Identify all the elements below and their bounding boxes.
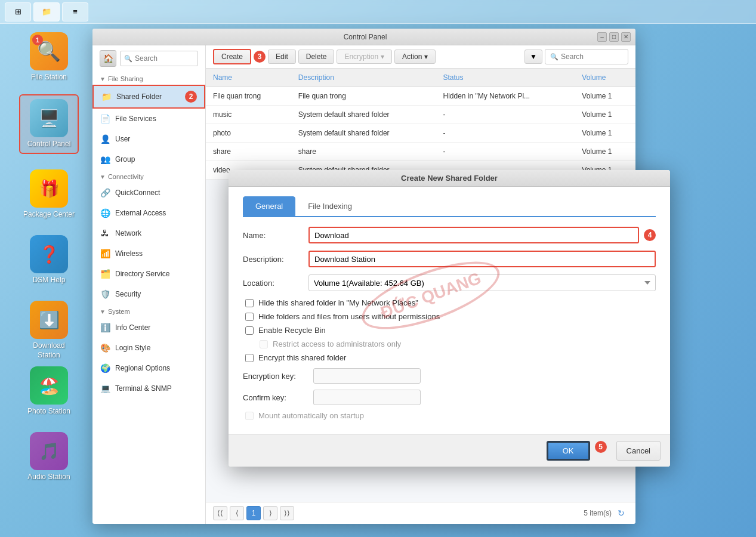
restrict-admin-row: Restrict access to administrators only <box>257 340 656 348</box>
col-volume[interactable]: Volume <box>575 69 635 87</box>
first-page-btn[interactable]: ⟨⟨ <box>213 506 227 520</box>
package-center-label: Package Center <box>23 210 75 220</box>
desktop-icon-dsm-help[interactable]: ❓ DSM Help <box>19 232 79 289</box>
cp-title: Control Panel <box>133 33 597 41</box>
confirm-key-row: Confirm key: <box>243 390 656 405</box>
close-btn[interactable]: ✕ <box>621 32 631 42</box>
action-btn[interactable]: Action ▾ <box>394 50 436 64</box>
desktop-icon-file-station[interactable]: 🔍 1 File Station <box>19 29 79 86</box>
sidebar-item-info-center[interactable]: ℹ️ Info Center <box>92 317 205 338</box>
maximize-btn[interactable]: □ <box>609 32 619 42</box>
sidebar-item-terminal-snmp[interactable]: 💻 Terminal & SNMP <box>92 378 205 399</box>
external-access-icon: 🌐 <box>100 208 110 218</box>
encryption-btn[interactable]: Encryption ▾ <box>337 50 392 64</box>
hide-files-row: Hide folders and files from users withou… <box>243 312 656 321</box>
sidebar-item-network[interactable]: 🖧 Network <box>92 223 205 243</box>
main-search-input[interactable] <box>561 53 623 61</box>
tab-general[interactable]: General <box>243 196 295 216</box>
sidebar-item-user-label: User <box>115 135 130 143</box>
sidebar-item-security[interactable]: 🛡️ Security <box>92 284 205 304</box>
col-status[interactable]: Status <box>436 69 575 87</box>
taskbar-folder-btn[interactable]: 📁 <box>33 2 60 21</box>
location-select[interactable]: Volume 1(Available: 452.64 GB) <box>308 274 656 291</box>
dialog-footer: OK 5 Cancel <box>229 434 670 467</box>
table-row[interactable]: photo System default shared folder - Vol… <box>206 124 635 143</box>
dsm-help-icon-img: ❓ <box>30 235 68 273</box>
encryption-key-input[interactable] <box>313 368 421 384</box>
restrict-admin-checkbox[interactable] <box>260 340 268 348</box>
sidebar-item-login-style-label: Login Style <box>115 344 150 352</box>
ok-btn-label: OK <box>563 446 574 455</box>
name-row: Name: 4 <box>243 227 656 243</box>
next-page-btn[interactable]: ⟩ <box>263 506 277 520</box>
ok-btn[interactable]: OK <box>547 441 590 461</box>
desktop-icon-package-center[interactable]: 🎁 Package Center <box>19 166 79 223</box>
encryption-key-row: Encryption key: <box>243 368 656 384</box>
cell-volume: Volume 1 <box>575 106 635 124</box>
cell-description: File quan trong <box>291 87 436 106</box>
sidebar-item-directory-service[interactable]: 🗂️ Directory Service <box>92 264 205 284</box>
sidebar-item-quickconnect[interactable]: 🔗 QuickConnect <box>92 183 205 203</box>
sidebar-item-shared-folder[interactable]: 📁 Shared Folder 2 <box>92 85 205 109</box>
sidebar-item-security-label: Security <box>115 290 141 298</box>
dialog-content: General File Indexing Name: 4 Descriptio… <box>229 187 670 434</box>
sidebar-item-group[interactable]: 👥 Group <box>92 149 205 169</box>
window-controls: – □ ✕ <box>597 32 631 42</box>
page-1-btn[interactable]: 1 <box>246 506 261 520</box>
sidebar-item-terminal-label: Terminal & SNMP <box>115 384 172 393</box>
prev-page-btn[interactable]: ⟨ <box>230 506 244 520</box>
create-btn[interactable]: Create <box>213 49 251 64</box>
filter-btn[interactable]: ▼ <box>524 50 542 64</box>
table-row[interactable]: share share - Volume 1 <box>206 143 635 161</box>
cell-volume: Volume 1 <box>575 143 635 161</box>
enable-recycle-checkbox[interactable] <box>245 326 254 335</box>
mount-auto-checkbox[interactable] <box>245 412 254 420</box>
download-station-label: Download Station <box>23 341 75 360</box>
control-panel-icon-img: 🖥️ <box>30 99 68 137</box>
grid-icon: ⊞ <box>15 7 21 16</box>
sidebar-item-user[interactable]: 👤 User <box>92 129 205 149</box>
col-description[interactable]: Description <box>291 69 436 87</box>
home-btn[interactable]: 🏠 <box>100 50 116 67</box>
col-name[interactable]: Name <box>206 69 291 87</box>
description-input[interactable] <box>308 251 656 267</box>
sidebar-item-wireless[interactable]: 📶 Wireless <box>92 243 205 264</box>
desktop-icon-audio-station[interactable]: 🎵 Audio Station <box>19 428 79 486</box>
desktop-icon-download-station[interactable]: ⬇️ Download Station <box>19 297 79 363</box>
delete-btn[interactable]: Delete <box>298 50 335 64</box>
taskbar-grid-btn[interactable]: ⊞ <box>5 2 31 21</box>
sidebar-search-container: 🔍 <box>120 51 198 66</box>
sidebar-search-input[interactable] <box>135 54 194 63</box>
hide-folder-row: Hide this shared folder in "My Network P… <box>243 298 656 307</box>
cell-name: photo <box>206 124 291 143</box>
sidebar-item-file-services[interactable]: 📄 File Services <box>92 109 205 129</box>
table-row[interactable]: music System default shared folder - Vol… <box>206 106 635 124</box>
minimize-btn[interactable]: – <box>597 32 607 42</box>
taskbar-list-btn[interactable]: ≡ <box>62 2 88 21</box>
desktop-icon-control-panel[interactable]: 🖥️ Control Panel <box>19 94 79 154</box>
section-connectivity: ▼ Connectivity <box>92 169 205 183</box>
name-input[interactable] <box>308 227 639 243</box>
group-icon: 👥 <box>100 154 110 165</box>
tab-file-indexing[interactable]: File Indexing <box>295 196 365 216</box>
hide-files-checkbox[interactable] <box>245 313 254 321</box>
sidebar-item-info-center-label: Info Center <box>115 323 150 332</box>
refresh-btn[interactable]: ↻ <box>614 506 628 520</box>
sidebar-item-external-access-label: External Access <box>115 209 166 217</box>
table-row[interactable]: File quan trong File quan trong Hidden i… <box>206 87 635 106</box>
confirm-key-label: Confirm key: <box>243 393 308 402</box>
confirm-key-input[interactable] <box>313 390 421 405</box>
filter-icon: ▼ <box>530 53 537 61</box>
cancel-btn[interactable]: Cancel <box>616 441 661 461</box>
sidebar-item-regional-options[interactable]: 🌍 Regional Options <box>92 358 205 378</box>
desktop-icon-photo-station[interactable]: 🏖️ Photo Station <box>19 363 79 420</box>
hide-folder-checkbox[interactable] <box>245 299 254 307</box>
sidebar-item-external-access[interactable]: 🌐 External Access <box>92 203 205 223</box>
arrow-icon-system: ▼ <box>100 308 106 315</box>
edit-btn[interactable]: Edit <box>268 50 296 64</box>
last-page-btn[interactable]: ⟩⟩ <box>280 506 294 520</box>
info-center-icon: ℹ️ <box>100 322 110 333</box>
encrypt-folder-label: Encrypt this shared folder <box>258 353 346 362</box>
sidebar-item-login-style[interactable]: 🎨 Login Style <box>92 338 205 358</box>
encrypt-folder-checkbox[interactable] <box>245 354 254 362</box>
